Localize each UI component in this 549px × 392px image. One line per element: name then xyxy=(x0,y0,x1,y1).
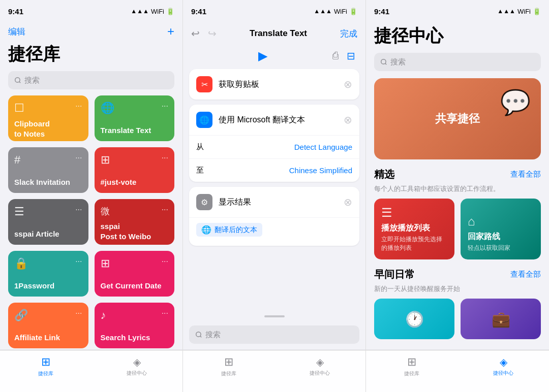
gallery-tab-icon-3: ◈ xyxy=(500,356,507,368)
undo-icon[interactable]: ↩ xyxy=(191,27,200,40)
clipboard-action-header: ✂ 获取剪贴板 ⊗ xyxy=(189,69,359,100)
svg-point-0 xyxy=(15,78,20,82)
status-icons-3: ▲▲▲ WiFi 🔋 xyxy=(497,8,541,15)
shortcut-clipboard[interactable]: ☐ ··· Clipboardto Notes xyxy=(8,95,88,141)
tab-library-2[interactable]: ⊞ 捷径库 xyxy=(183,350,274,382)
password-title: 1Password xyxy=(14,281,82,291)
scissors-icon: ✂ xyxy=(201,80,208,89)
search-placeholder-gallery: 搜索 xyxy=(390,57,406,67)
morning-view-all[interactable]: 查看全部 xyxy=(510,270,541,279)
slack-icon: # xyxy=(14,153,20,167)
redo-icon[interactable]: ↪ xyxy=(208,27,217,40)
password-more[interactable]: ··· xyxy=(75,257,82,266)
shortcut-1password[interactable]: 🔒 ··· 1Password xyxy=(8,251,88,297)
battery-icon-1: 🔋 xyxy=(166,8,174,15)
settings-icon[interactable]: ⊟ xyxy=(347,50,355,62)
shortcut-sspai[interactable]: ☰ ··· sspai Article xyxy=(8,199,88,245)
gallery-tab-label-2: 捷径中心 xyxy=(310,370,330,377)
morning-card-1[interactable]: 🕐 xyxy=(374,299,454,339)
from-value: Detect Language xyxy=(294,143,352,151)
tab-library-3[interactable]: ⊞ 捷径库 xyxy=(366,350,458,382)
share-shortcuts-banner[interactable]: 💬 共享捷径 xyxy=(374,78,541,159)
status-icons-1: ▲▲▲ WiFi 🔋 xyxy=(131,8,174,15)
shortcut-translate[interactable]: 🌐 ··· Translate Text xyxy=(95,95,175,141)
library-header: 编辑 + xyxy=(0,22,182,43)
svg-line-5 xyxy=(385,63,387,65)
panel-translate: 9:41 ▲▲▲ WiFi 🔋 ↩ ↪ Translate Text 完成 ▶ … xyxy=(183,0,366,392)
date-icon: ⊞ xyxy=(101,257,110,270)
svg-line-3 xyxy=(200,336,202,338)
translate-close-button[interactable]: ⊗ xyxy=(344,114,352,126)
translate-icon: 🌐 xyxy=(101,102,114,115)
result-close-button[interactable]: ⊗ xyxy=(344,196,352,208)
svg-line-1 xyxy=(19,82,21,83)
gallery-tab-label-3: 捷径中心 xyxy=(493,370,513,377)
shortcut-weibo[interactable]: 微 ··· sspaiPost to Weibo xyxy=(95,199,175,245)
shortcut-date[interactable]: ⊞ ··· Get Current Date xyxy=(95,251,175,297)
signal-icon-3: ▲▲▲ xyxy=(497,8,515,15)
library-search[interactable]: 搜索 xyxy=(8,71,174,89)
weibo-more[interactable]: ··· xyxy=(162,205,168,214)
add-shortcut-button[interactable]: + xyxy=(167,24,174,39)
shortcut-affiliate[interactable]: 🔗 ··· Affiliate Link xyxy=(8,303,88,348)
lyrics-more[interactable]: ··· xyxy=(162,309,168,318)
shortcut-lyrics[interactable]: ♪ ··· Search Lyrics xyxy=(95,303,175,348)
done-button[interactable]: 完成 xyxy=(340,28,357,40)
clipboard-more[interactable]: ··· xyxy=(75,102,82,111)
translate-action-header: 🌐 使用 Microsoft 翻译文本 ⊗ xyxy=(189,105,359,135)
tab-gallery-1[interactable]: ◈ 捷径中心 xyxy=(92,350,183,382)
translate-action-name: 使用 Microsoft 翻译文本 xyxy=(219,115,338,125)
signal-icon-1: ▲▲▲ xyxy=(131,8,149,15)
tab-gallery-2[interactable]: ◈ 捷径中心 xyxy=(274,350,366,382)
justvote-title: #just-vote xyxy=(101,177,169,187)
action-get-clipboard: ✂ 获取剪贴板 ⊗ xyxy=(189,69,359,100)
password-icon: 🔒 xyxy=(14,257,28,270)
featured-homeroute[interactable]: ⌂ 回家路线 轻点以获取回家 xyxy=(461,199,541,259)
playlist-desc: 立即开始播放预先选择的播放列表 xyxy=(381,235,447,252)
sspai-icon: ☰ xyxy=(14,205,24,218)
tab-gallery-3[interactable]: ◈ 捷径中心 xyxy=(458,350,549,382)
slack-more[interactable]: ··· xyxy=(75,153,82,162)
share-icon[interactable]: ⎙ xyxy=(332,50,339,62)
featured-playlist[interactable]: ☰ 播放播放列表 立即开始播放预先选择的播放列表 xyxy=(374,199,454,259)
result-action-icon: ⚙ xyxy=(196,194,212,210)
status-time-1: 9:41 xyxy=(8,7,23,16)
globe-icon: 🌐 xyxy=(199,115,209,125)
home-icon: ⌂ xyxy=(468,214,534,228)
clipboard-icon: ☐ xyxy=(14,102,24,115)
status-bar-1: 9:41 ▲▲▲ WiFi 🔋 xyxy=(0,0,182,22)
justvote-more[interactable]: ··· xyxy=(162,153,168,162)
clipboard-close-button[interactable]: ⊗ xyxy=(344,78,352,90)
wifi-icon-1: WiFi xyxy=(151,8,164,15)
weibo-title: sspaiPost to Weibo xyxy=(101,221,169,241)
result-action-name: 显示结果 xyxy=(219,197,338,208)
status-icons-2: ▲▲▲ WiFi 🔋 xyxy=(314,8,357,15)
result-token-area: 🌐 翻译后的文本 xyxy=(189,217,359,246)
play-button[interactable]: ▶ xyxy=(258,49,267,63)
translate-to-row[interactable]: 至 Chinese Simplified xyxy=(189,159,359,182)
slack-title: Slack Invitation xyxy=(14,177,82,187)
workflow-area: ✂ 获取剪贴板 ⊗ 🌐 使用 Microsoft 翻译文本 ⊗ 从 Detect… xyxy=(183,69,365,313)
translate-from-row[interactable]: 从 Detect Language xyxy=(189,136,359,159)
morning-card-2[interactable]: 💼 xyxy=(461,299,541,339)
tab-library-1[interactable]: ⊞ 捷径库 xyxy=(0,350,92,382)
affiliate-more[interactable]: ··· xyxy=(75,309,82,318)
gallery-search[interactable]: 搜索 xyxy=(374,53,541,71)
library-tab-icon-2: ⊞ xyxy=(224,355,233,369)
date-more[interactable]: ··· xyxy=(162,257,168,266)
shortcuts-grid: ☐ ··· Clipboardto Notes 🌐 ··· Translate … xyxy=(0,95,182,350)
panel2-search-bar[interactable]: 搜索 xyxy=(189,325,359,344)
wifi-icon-2: WiFi xyxy=(334,8,347,15)
search-icon-gallery xyxy=(380,58,387,66)
library-tab-label-3: 捷径库 xyxy=(404,370,419,377)
token-text: 翻译后的文本 xyxy=(215,225,257,235)
shortcut-justvote[interactable]: ⊞ ··· #just-vote xyxy=(95,147,175,193)
search-placeholder-panel2: 搜索 xyxy=(205,330,221,340)
signal-icon-2: ▲▲▲ xyxy=(314,8,332,15)
translate-more[interactable]: ··· xyxy=(162,102,168,111)
featured-view-all[interactable]: 查看全部 xyxy=(510,170,541,179)
shortcut-slack[interactable]: # ··· Slack Invitation xyxy=(8,147,88,193)
edit-button[interactable]: 编辑 xyxy=(8,26,25,38)
sspai-more[interactable]: ··· xyxy=(75,205,82,214)
briefcase-icon: 💼 xyxy=(492,310,510,328)
